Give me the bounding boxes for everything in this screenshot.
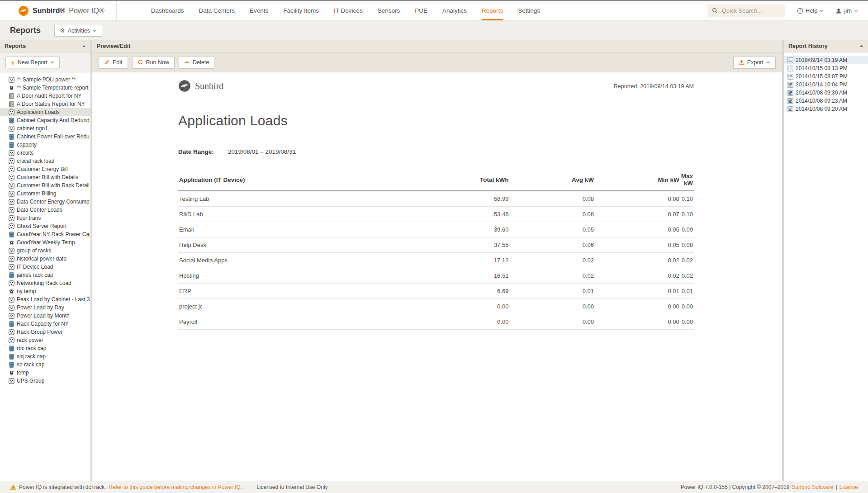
table-cell: 0.00 [595,299,680,314]
report-list-item[interactable]: GoodYear NY Rack Power Cap [0,230,90,238]
report-run-icon [787,106,793,112]
report-list-item[interactable]: Customer Bill with Details [0,173,90,181]
sunbird-logo-icon [18,5,29,16]
license-link[interactable]: License [840,484,858,490]
integration-guide-link[interactable]: Refer to this guide before making change… [109,484,242,490]
report-list-item[interactable]: Power Load by Day [0,303,90,312]
report-list-item[interactable]: floor trans [0,214,90,222]
report-run-timestamp: 2014/10/08 09:20 AM [796,106,847,112]
reports-panel-header: Reports [0,40,90,52]
report-list-item[interactable]: IT Device Load [0,263,90,271]
table-cell: 37.55 [424,237,510,253]
report-list-item[interactable]: rbc rack cap [0,344,90,352]
report-history-item[interactable]: 2014/10/08 09:20 AM [784,105,868,113]
report-list-item[interactable]: GoodYear Weekly Temp [0,238,90,246]
report-list-item[interactable]: Cabinet Capacity And Redundancy [0,116,90,124]
pdu-icon [9,223,14,229]
report-list-item[interactable]: historical power data [0,255,90,263]
report-history-item[interactable]: 2014/10/14 10:04 PM [784,81,868,89]
report-list-item[interactable]: siq rack cap [0,352,90,360]
report-list-item[interactable]: Customer Energy Bill [0,165,90,173]
report-list-item[interactable]: Data Center Loads [0,206,90,214]
run-now-button[interactable]: Run Now [132,56,175,69]
nav-item-pue[interactable]: PUE [415,1,427,20]
report-list-item[interactable]: Application Loads [0,108,90,116]
table-row: Testing Lab58.990.080.080.10 [178,191,694,207]
pdu-icon [9,280,14,286]
report-list-item[interactable]: UPS Group [0,377,90,385]
collapse-up-icon[interactable] [82,45,86,47]
report-document: Sunbird Reported: 2019/09/14 03:19 AM Ap… [178,80,694,330]
report-history-item[interactable]: 2014/10/08 09:30 AM [784,89,868,97]
report-brand-name: Sunbird [195,81,223,91]
table-row: Help Desk37.550.060.050.08 [178,237,694,253]
new-report-button[interactable]: + New Report [5,57,60,68]
report-list-item[interactable]: ** Sample Temperature report ** [0,84,90,92]
report-list-item[interactable]: Customer Bill with Rack Details [0,181,90,190]
report-history-item[interactable]: 2014/10/15 08:07 PM [784,72,868,81]
nav-item-facility-items[interactable]: Facility Items [283,1,319,20]
table-cell: 0.06 [509,237,595,253]
report-list-item[interactable]: crtical rack load [0,157,90,165]
nav-item-it-devices[interactable]: IT Devices [334,1,363,20]
table-cell: 6.69 [424,284,510,299]
cabinet-icon [9,354,14,360]
report-list-item[interactable]: rack power [0,336,90,344]
report-list-item[interactable]: Cabinet Power Fail-over Redundancy [0,133,90,141]
report-list-item[interactable]: ny temp [0,287,90,295]
report-list-item[interactable]: circuits [0,149,90,157]
door-icon [9,93,14,99]
report-list-item[interactable]: Peak Load by Cabinet - Last 30 Days [0,295,90,303]
nav-item-analytics[interactable]: Analytics [442,1,467,20]
preview-panel-header: Preview/Edit [92,40,782,52]
delete-button[interactable]: Delete [179,56,214,69]
report-list-item[interactable]: group of racks [0,246,90,255]
table-cell: 0.09 [680,222,694,237]
export-button[interactable]: Export [733,56,776,69]
cabinet-icon [9,346,14,351]
table-cell: 0.02 [680,253,694,268]
table-cell: 0.02 [595,253,680,268]
report-list-item[interactable]: Networking Rack Load [0,279,90,287]
brand-logo[interactable]: Sunbird® Power IQ® [18,1,117,20]
search-input[interactable] [721,7,781,14]
report-list-item[interactable]: temp [0,369,90,377]
pdu-icon [9,191,14,197]
chevron-down-icon [820,9,824,12]
table-cell: Hosting [178,268,424,284]
vendor-link[interactable]: Sunbird Software [792,484,833,490]
report-list-item[interactable]: cabinet ngn1 [0,124,90,133]
report-history-item[interactable]: 2014/10/15 08:13 PM [784,64,868,72]
nav-item-sensors[interactable]: Sensors [378,1,400,20]
help-menu[interactable]: ? Help [797,7,824,14]
quick-search[interactable] [707,5,785,17]
application-loads-table: Application (IT Device)Total kWhAvg kWMi… [178,169,694,330]
cabinet-icon [9,272,14,278]
nav-item-data-centers[interactable]: Data Centers [199,1,235,20]
nav-item-events[interactable]: Events [250,1,268,20]
report-list-item[interactable]: capacity [0,141,90,149]
pdu-icon [9,207,14,213]
nav-item-reports[interactable]: Reports [482,1,503,20]
table-cell: project jc [178,299,424,314]
report-list-item[interactable]: Data Center Energy Consumption [0,198,90,206]
report-list-item[interactable]: so rack cap [0,360,90,369]
report-history-item[interactable]: 2019/09/14 03:19 AM [784,56,868,64]
activities-button[interactable]: ⚙ Activities [54,25,102,37]
report-list-item[interactable]: A Door Status Report for NY [0,100,90,108]
report-list-item[interactable]: A Door Audit Report for NY [0,92,90,100]
nav-item-settings[interactable]: Settings [518,1,540,20]
collapse-up-icon[interactable] [859,45,863,47]
report-list-item[interactable]: Rack Capacity for NY [0,320,90,328]
report-list-item[interactable]: Customer Billing [0,190,90,198]
user-menu[interactable]: jim [835,7,858,14]
nav-item-dashboards[interactable]: Dashboards [151,1,184,20]
report-history-item[interactable]: 2014/10/08 09:23 AM [784,97,868,105]
report-list-item[interactable]: Rack Group Power [0,328,90,336]
report-list-item[interactable]: ** Sample PDU power ** [0,76,90,84]
table-column-header: Application (IT Device) [178,169,424,191]
report-list-item[interactable]: Ghost Server Report [0,222,90,230]
report-list-item[interactable]: james rack cap [0,271,90,279]
edit-button[interactable]: Edit [99,56,128,69]
report-list-item[interactable]: Power Load by Month [0,312,90,320]
